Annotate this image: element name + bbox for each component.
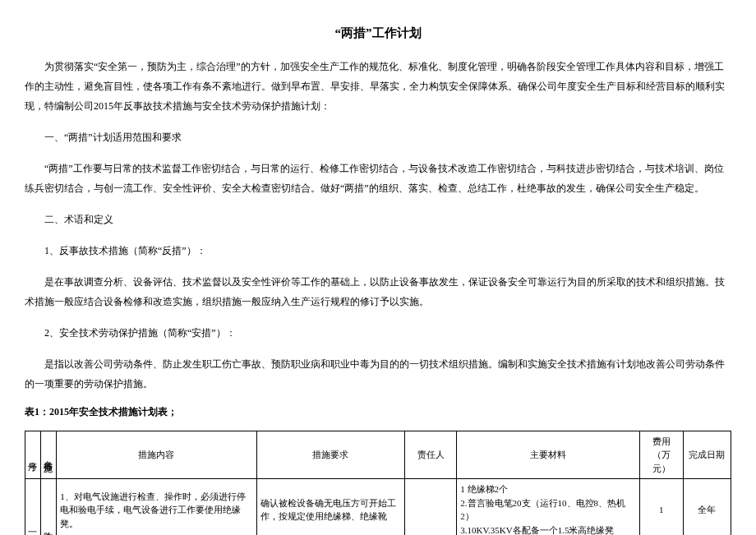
table-header-row: 序号 名称措施 措施内容 措施要求 责任人 主要材料 费用（万元） 完成日期 xyxy=(25,431,731,479)
cell-req: 确认被检设备确无电压方可开始工作，按规定使用绝缘梯、绝缘靴 xyxy=(256,479,404,535)
cell-date: 全年 xyxy=(683,479,731,535)
col-mat: 主要材料 xyxy=(457,431,639,479)
section-2b-head: 2、安全技术劳动保护措施（简称“安措”）： xyxy=(25,323,731,343)
col-seq: 序号 xyxy=(25,431,41,479)
cell-content: 1、对电气设施进行检查、操作时，必须进行停电和验电手续，电气设备进行工作要使用绝… xyxy=(57,479,257,535)
cell-cost: 1 xyxy=(639,479,683,535)
paragraph-scope: “两措”工作要与日常的技术监督工作密切结合，与日常的运行、检修工作密切结合，与设… xyxy=(25,159,731,198)
section-1-head: 一、“两措”计划适用范围和要求 xyxy=(25,127,731,147)
cell-owner xyxy=(404,479,457,535)
col-content: 措施内容 xyxy=(57,431,257,479)
cell-seq: 一 xyxy=(25,479,41,535)
section-2a-head: 1、反事故技术措施（简称“反措”）： xyxy=(25,241,731,261)
paragraph-fancuo: 是在事故调查分析、设备评估、技术监督以及安全性评价等工作的基础上，以防止设备事故… xyxy=(25,272,731,311)
col-cost: 费用（万元） xyxy=(639,431,683,479)
col-owner: 责任人 xyxy=(404,431,457,479)
col-req: 措施要求 xyxy=(256,431,404,479)
page-title: “两措”工作计划 xyxy=(25,25,731,42)
col-name: 名称措施 xyxy=(41,431,57,479)
paragraph-intro: 为贯彻落实“安全第一，预防为主，综合治理”的方针，加强安全生产工作的规范化、标准… xyxy=(25,57,731,116)
measures-table: 序号 名称措施 措施内容 措施要求 责任人 主要材料 费用（万元） 完成日期 一… xyxy=(25,431,731,535)
table-caption: 表1：2015年安全技术措施计划表； xyxy=(25,405,731,419)
cell-mat: 1 绝缘梯2个 2.普言验电笔20支（运行10、电控8、热机2） 3.10KV.… xyxy=(457,479,639,535)
table-row: 一 防止人身触电 1、对电气设施进行检查、操作时，必须进行停电和验电手续，电气设… xyxy=(25,479,731,535)
col-date: 完成日期 xyxy=(683,431,731,479)
section-2-head: 二、术语和定义 xyxy=(25,210,731,229)
cell-name: 防止人身触电 xyxy=(41,479,57,535)
paragraph-ancuo: 是指以改善公司劳动条件、防止发生职工伤亡事故、预防职业病和职业中毒为目的的一切技… xyxy=(25,354,731,394)
